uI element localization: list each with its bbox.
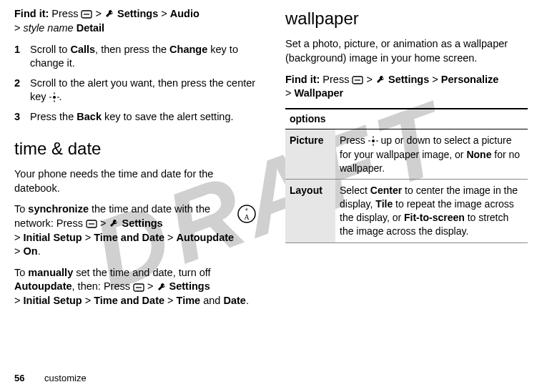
wrench-icon <box>104 7 114 21</box>
nav-key-icon <box>368 134 378 148</box>
step-1: 1 Scroll to Calls, then press the Change… <box>14 43 257 71</box>
menu-key-icon <box>352 73 363 87</box>
row-layout-desc: Select Center to center the image in the… <box>335 180 528 243</box>
step-1-calls: Calls <box>70 44 95 55</box>
timedate-intro: Your phone needs the time and date for t… <box>14 167 257 195</box>
step-3-back: Back <box>77 111 102 122</box>
audio-label: Audio <box>170 8 199 19</box>
step-2: 2 Scroll to the alert you want, then pre… <box>14 77 257 105</box>
row-picture-label: Picture <box>285 129 335 180</box>
find-it-label: Find it: <box>285 74 320 85</box>
wp-settings: Settings <box>388 74 429 85</box>
detail-label: Detail <box>77 22 105 34</box>
svg-text:+: + <box>245 206 248 213</box>
row-layout-center: Center <box>370 185 402 196</box>
table-row: Layout Select Center to center the image… <box>285 180 528 243</box>
row-layout-tile: Tile <box>375 198 393 210</box>
step-3-num: 3 <box>14 110 23 124</box>
section-time-date: time & date <box>14 137 257 160</box>
find-it-press: Press <box>322 74 349 85</box>
sync-paragraph: +A To synchronize the time and date with… <box>14 202 257 259</box>
wrench-icon <box>375 73 385 87</box>
manual-paragraph: To manually set the time and date, turn … <box>14 266 257 308</box>
row-picture-none: None <box>466 149 491 160</box>
sync-initial: Initial Setup <box>24 232 82 243</box>
manual-time: Time <box>177 295 201 306</box>
find-it-audio: Find it: Press > Settings > Audio > styl… <box>14 7 257 36</box>
manual-initial: Initial Setup <box>24 295 82 306</box>
step-1-text-b: , then press the <box>95 44 169 55</box>
menu-key-icon <box>81 7 92 21</box>
step-3-text-a: Press the <box>30 111 77 122</box>
style-name: style name <box>24 22 74 34</box>
manual-pre: To <box>14 267 28 278</box>
section-wallpaper: wallpaper <box>285 7 528 30</box>
wallpaper-intro: Set a photo, picture, or animation as a … <box>285 37 528 65</box>
row-layout-fit: Fit-to-screen <box>404 212 465 223</box>
svg-point-16 <box>372 139 375 142</box>
sync-timedate: Time and Date <box>94 232 164 243</box>
find-it-wallpaper: Find it: Press > Settings > Personalize … <box>285 73 528 102</box>
wp-wallpaper: Wallpaper <box>295 87 344 99</box>
manual-and: and <box>200 295 223 306</box>
menu-key-icon <box>86 217 97 231</box>
step-2-text: Scroll to the alert you want, then press… <box>30 77 255 103</box>
manual-date: Date <box>223 295 245 306</box>
manual-timedate: Time and Date <box>94 295 164 306</box>
menu-key-icon <box>133 280 144 295</box>
manual-autoupdate: Autoupdate <box>14 280 72 292</box>
row-layout-pre: Select <box>340 185 370 196</box>
sync-pre: To <box>14 203 28 215</box>
options-header: options <box>285 109 528 129</box>
find-it-label: Find it: <box>14 8 49 19</box>
step-1-text-a: Scroll to <box>30 44 70 55</box>
step-1-num: 1 <box>14 43 23 71</box>
left-column: Find it: Press > Settings > Audio > styl… <box>14 7 257 392</box>
step-1-change: Change <box>169 44 207 55</box>
wrench-icon <box>109 217 119 231</box>
step-2-num: 2 <box>14 77 23 105</box>
step-3-text-b: key to save the alert setting. <box>102 111 234 122</box>
row-picture-desc: Press up or down to select a picture for… <box>335 129 528 180</box>
settings-label: Settings <box>117 8 158 19</box>
sync-settings: Settings <box>122 217 162 229</box>
manual-settings: Settings <box>169 280 210 292</box>
sync-icon: +A <box>237 204 257 228</box>
row-layout-label: Layout <box>285 180 335 243</box>
options-table: options Picture Press up or down to sele… <box>285 108 528 243</box>
find-it-press: Press <box>51 8 78 19</box>
step-2-text-end: . <box>59 91 62 102</box>
sync-autoupdate: Autoupdate <box>177 232 235 243</box>
step-3: 3 Press the Back key to save the alert s… <box>14 110 257 124</box>
center-key-icon <box>49 91 59 105</box>
table-row: Picture Press up or down to select a pic… <box>285 129 528 180</box>
svg-point-2 <box>53 96 56 99</box>
right-column: wallpaper Set a photo, picture, or anima… <box>285 7 528 392</box>
wp-personalize: Personalize <box>441 74 499 85</box>
wrench-icon <box>157 280 167 295</box>
sync-bold: synchronize <box>28 203 89 215</box>
manual-then: , then: Press <box>72 280 133 292</box>
row-picture-pre: Press <box>340 134 368 146</box>
svg-text:A: A <box>244 213 250 221</box>
manual-bold: manually <box>28 267 73 278</box>
sync-on: On <box>24 245 38 257</box>
manual-post: set the time and date, turn off <box>73 267 210 278</box>
